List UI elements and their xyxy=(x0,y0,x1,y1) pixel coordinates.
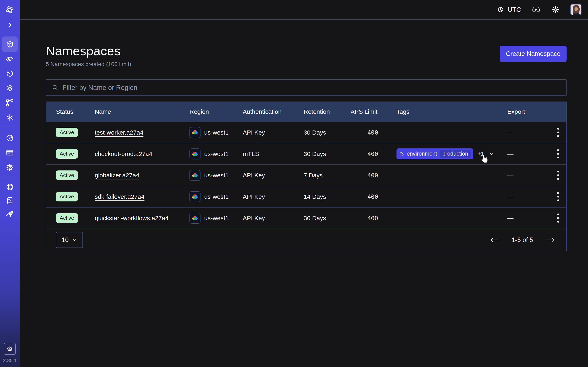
export-value: — xyxy=(507,215,549,222)
main-content: Namespaces 5 Namespaces created (100 lim… xyxy=(20,20,588,367)
auth-method: API Key xyxy=(243,129,303,136)
gcp-region-icon xyxy=(190,213,200,224)
gear-icon xyxy=(5,163,14,172)
chevron-down-icon xyxy=(72,238,77,242)
region-label: us-west1 xyxy=(204,150,229,157)
sidebar-item-monitor[interactable] xyxy=(0,52,20,66)
retention-value: 30 Days xyxy=(303,150,351,157)
tag-icon xyxy=(399,151,404,156)
namespace-count-subtitle: 5 Namespaces created (100 limit) xyxy=(46,61,131,67)
sidebar-item-settings[interactable] xyxy=(0,160,20,175)
svg-text:$: $ xyxy=(9,347,11,350)
create-namespace-button[interactable]: Create Namespace xyxy=(500,46,567,62)
export-value: — xyxy=(507,150,549,157)
eye-spiral-icon xyxy=(5,54,14,63)
col-header-region: Region xyxy=(190,108,243,115)
branch-icon xyxy=(5,99,14,108)
status-badge: Active xyxy=(56,192,78,201)
gcp-region-icon xyxy=(190,149,200,159)
export-value: — xyxy=(507,193,549,200)
auth-method: API Key xyxy=(243,215,303,222)
sidebar-item-billing[interactable] xyxy=(0,145,20,160)
filter-bar xyxy=(46,79,567,96)
table-row: Active quickstart-workflows.a27a4 us-wes… xyxy=(46,207,566,229)
auth-method: mTLS xyxy=(243,150,303,157)
gcp-region-icon xyxy=(190,127,200,138)
tag-overflow-count: +1 xyxy=(477,150,484,157)
pagination: 1-5 of 5 xyxy=(490,236,555,244)
sidebar-item-support[interactable] xyxy=(0,180,20,194)
row-menu-button[interactable] xyxy=(549,213,567,223)
namespace-link[interactable]: globalizer.a27a4 xyxy=(95,172,139,179)
tag-pill[interactable]: environment production xyxy=(397,149,473,159)
export-value: — xyxy=(507,129,549,136)
status-badge: Active xyxy=(56,149,78,159)
temporal-logo-icon[interactable] xyxy=(0,4,20,16)
sidebar-item-docs[interactable] xyxy=(0,193,20,208)
aps-limit-value: 400 xyxy=(351,129,397,136)
page-title: Namespaces xyxy=(46,44,131,58)
life-ring-icon xyxy=(5,183,14,192)
namespace-link[interactable]: checkout-prod.a27a4 xyxy=(95,150,152,157)
col-header-aps-limit: APS Limit xyxy=(351,108,397,115)
next-page-arrow-icon[interactable] xyxy=(546,237,555,243)
timezone-selector[interactable]: UTC xyxy=(497,6,521,14)
search-icon xyxy=(52,84,59,91)
namespace-link[interactable]: test-worker.a27a4 xyxy=(95,129,143,136)
table-row: Active sdk-failover.a27a4 us-west1 API K… xyxy=(46,186,566,207)
row-menu-button[interactable] xyxy=(549,192,567,201)
app-version: 2.35.1 xyxy=(0,358,20,363)
sidebar-item-get-started[interactable] xyxy=(0,207,20,222)
namespaces-table: Status Name Region Authentication Retent… xyxy=(46,101,567,251)
sidebar-divider xyxy=(0,127,20,127)
page-range-label: 1-5 of 5 xyxy=(512,236,533,244)
timezone-label: UTC xyxy=(508,6,521,13)
reader-mode-button[interactable] xyxy=(532,5,541,14)
pricing-button[interactable]: $ xyxy=(4,343,16,355)
sidebar: $ 2.35.1 xyxy=(0,0,20,367)
col-header-name: Name xyxy=(95,108,190,115)
sidebar-divider xyxy=(0,177,20,177)
theme-toggle-button[interactable] xyxy=(551,5,560,14)
row-menu-button[interactable] xyxy=(549,171,567,180)
page-header: Namespaces 5 Namespaces created (100 lim… xyxy=(46,44,567,67)
aps-limit-value: 400 xyxy=(351,172,397,179)
cube-icon xyxy=(5,40,15,49)
region-label: us-west1 xyxy=(204,193,229,200)
retention-value: 14 Days xyxy=(303,193,351,200)
sidebar-item-batch-operations[interactable] xyxy=(0,96,20,110)
sidebar-item-usage[interactable] xyxy=(0,131,20,145)
chevron-down-icon[interactable] xyxy=(489,151,494,157)
region-label: us-west1 xyxy=(204,129,229,136)
row-menu-button[interactable] xyxy=(549,149,567,158)
sidebar-item-schedules[interactable] xyxy=(0,66,20,81)
page-size-select[interactable]: 10 xyxy=(56,232,83,248)
export-value: — xyxy=(507,172,549,179)
table-footer: 10 1-5 of 5 xyxy=(46,229,566,251)
aps-limit-value: 400 xyxy=(351,193,397,200)
sidebar-item-namespaces[interactable] xyxy=(2,36,17,52)
col-header-status: Status xyxy=(56,108,95,115)
aps-limit-value: 400 xyxy=(351,215,397,222)
credit-card-icon xyxy=(5,148,14,157)
status-badge: Active xyxy=(56,213,78,223)
namespace-link[interactable]: sdk-failover.a27a4 xyxy=(95,193,145,200)
col-header-export: Export xyxy=(507,108,549,115)
sidebar-item-nexus[interactable] xyxy=(0,110,20,125)
dollar-badge-icon: $ xyxy=(6,345,14,353)
filter-input[interactable] xyxy=(62,84,561,92)
col-header-retention: Retention xyxy=(303,108,351,115)
avatar-photo xyxy=(571,4,581,15)
sidebar-expand-chevron-icon[interactable] xyxy=(0,19,20,31)
namespace-link[interactable]: quickstart-workflows.a27a4 xyxy=(95,215,169,221)
tag-key: environment xyxy=(407,151,437,157)
row-menu-button[interactable] xyxy=(549,128,567,137)
sidebar-item-deployments[interactable] xyxy=(0,81,20,96)
previous-page-arrow-icon[interactable] xyxy=(490,237,499,243)
status-badge: Active xyxy=(56,128,78,137)
status-badge: Active xyxy=(56,170,78,180)
user-avatar[interactable] xyxy=(571,4,581,15)
gcp-region-icon xyxy=(190,191,200,202)
table-row: Active checkout-prod.a27a4 us-west1 mTLS… xyxy=(46,143,566,164)
region-label: us-west1 xyxy=(204,215,229,222)
